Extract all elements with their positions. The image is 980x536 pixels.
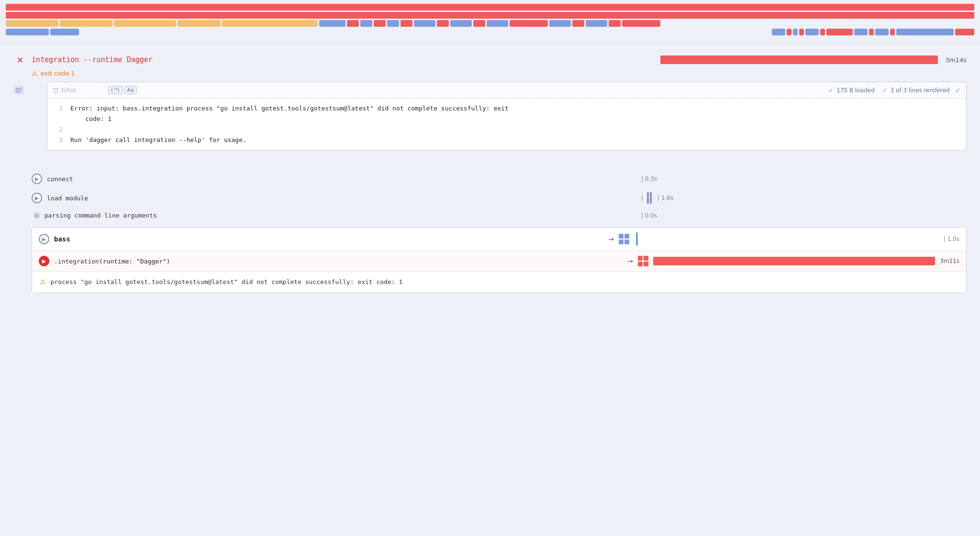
line-content-2 <box>70 124 958 135</box>
tl-bar <box>487 20 508 27</box>
connect-time: | 0.3s <box>641 175 657 182</box>
tl-bar <box>805 29 819 35</box>
app-root: ✕ integration --runtime Dagger 3m14s ⚠ e… <box>0 0 980 303</box>
tl-bar <box>347 20 359 27</box>
tl-bar <box>319 20 345 27</box>
line-num-2: 2 <box>55 124 63 135</box>
parsing-step-name: parsing command line arguments <box>45 212 636 219</box>
step-row-parsing: parsing command line arguments | 0.0s <box>32 208 967 223</box>
grid-dot-1 <box>619 234 624 239</box>
tl-bar <box>793 29 798 35</box>
loadmodule-duration: | 1.6s <box>657 195 673 201</box>
tl-bar <box>955 29 974 35</box>
tl-bar <box>222 20 318 27</box>
tl-bar <box>586 20 607 27</box>
int-grid-dot-2 <box>644 256 648 261</box>
timeline-row-3 <box>6 20 974 27</box>
case-shortcut[interactable]: Aa <box>124 86 137 94</box>
bass-module-name: bass <box>54 235 603 243</box>
grid-dot-2 <box>624 234 629 239</box>
integration-method: .integration <box>54 258 99 265</box>
tl-bar <box>6 29 49 35</box>
job-duration-bar <box>660 55 938 64</box>
bytes-loaded: ✓ 175 B loaded <box>828 87 874 94</box>
tl-bar <box>772 29 785 35</box>
exit-code-label: exit code 1 <box>41 70 75 77</box>
tl-bar <box>60 20 112 27</box>
tl-bar <box>387 20 399 27</box>
tl-bar <box>437 20 449 27</box>
integration-paren: (runtime: "Dagger") <box>99 258 170 265</box>
loadmodule-step-name: load module <box>47 195 636 202</box>
tl-bar <box>609 20 621 27</box>
log-line-3: 3 Run 'dagger call integration --help' f… <box>55 135 958 145</box>
loadmodule-expand-button[interactable]: ▶ <box>32 193 42 203</box>
parsing-bar-area: | 0.0s <box>641 212 967 219</box>
step-row-loadmodule: ▶ load module | | 1.6s <box>32 188 967 208</box>
loadmodule-bar-area: | | 1.6s <box>641 192 967 204</box>
bass-arrow-icon: → <box>608 235 614 243</box>
tl-bar <box>510 20 548 27</box>
loadmodule-time: | <box>641 195 643 201</box>
bass-time: | 1.0s <box>944 236 959 242</box>
line-content-3: Run 'dagger call integration --help' for… <box>70 135 958 145</box>
integration-name: .integration(runtime: "Dagger") <box>54 258 623 265</box>
grid-dot-3 <box>619 240 624 244</box>
tl-bar <box>114 20 176 27</box>
tl-bar <box>890 29 895 35</box>
module-card: ▶ bass → | 1.0s <box>32 227 967 293</box>
log-meta: ✓ 175 B loaded ✓ 3 of 3 lines rendered <box>828 87 950 94</box>
line-content-1: Error: input: bass.integration process "… <box>70 103 958 124</box>
mini-bar-1 <box>647 192 649 204</box>
lines-rendered: ✓ 3 of 3 lines rendered <box>882 87 950 94</box>
job-bar-container: 3m14s <box>660 55 967 64</box>
connect-expand-button[interactable]: ▶ <box>32 174 42 184</box>
filter-placeholder[interactable]: Filter <box>61 87 77 94</box>
integration-duration-bar <box>653 257 935 265</box>
connect-step-name: connect <box>47 175 636 183</box>
tl-bar <box>799 29 804 35</box>
log-filter-area: ▽ Filter (.*) Aa <box>53 86 824 94</box>
mini-bar-2 <box>650 192 652 204</box>
integration-arrow-icon: → <box>627 257 633 265</box>
log-panel-icon[interactable] <box>13 85 24 97</box>
step-list: ▶ connect | 0.3s ▶ load module | | 1.6s <box>32 170 967 293</box>
log-expand-button[interactable]: ⤢ <box>955 87 960 94</box>
filter-icon: ▽ <box>53 87 58 94</box>
tl-bar <box>622 20 660 27</box>
timeline-row-4 <box>6 29 974 35</box>
job-row: ✕ integration --runtime Dagger 3m14s <box>13 53 967 66</box>
tl-bar <box>826 29 853 35</box>
job-title: integration --runtime Dagger <box>32 55 660 64</box>
log-line-2: 2 <box>55 124 958 135</box>
parsing-time: | 0.0s <box>641 212 657 219</box>
check-icon-bytes: ✓ <box>828 87 833 94</box>
tl-bar <box>875 29 889 35</box>
integration-grid-icon[interactable] <box>638 256 648 266</box>
tl-bar <box>820 29 825 35</box>
tl-bar <box>896 29 954 35</box>
connect-bar-area: | 0.3s <box>641 175 967 182</box>
tl-bar <box>374 20 386 27</box>
integration-bar-area: 3m11s <box>653 257 959 265</box>
tl-bar <box>450 20 472 27</box>
bass-expand-button[interactable]: ▶ <box>39 234 49 244</box>
tl-bar <box>787 29 791 35</box>
timeline-row-2 <box>6 12 974 19</box>
tl-bar <box>401 20 412 27</box>
integration-expand-button[interactable]: ▶ <box>39 256 49 266</box>
line-num-3: 3 <box>55 135 63 145</box>
line-num-1: 1 <box>55 103 63 124</box>
timeline-row-1 <box>6 4 974 11</box>
exit-code-row: ⚠ exit code 1 <box>32 69 967 77</box>
warning-icon: ⚠ <box>32 69 38 77</box>
step-row-connect: ▶ connect | 0.3s <box>32 170 967 188</box>
bass-grid-icon[interactable] <box>619 234 629 244</box>
tl-bar <box>549 20 571 27</box>
bass-vert-bar <box>636 232 638 246</box>
regex-shortcut[interactable]: (.*) <box>108 86 122 94</box>
tl-bar <box>473 20 485 27</box>
tl-bar <box>869 29 874 35</box>
int-grid-dot-1 <box>638 256 643 261</box>
filter-shortcuts: (.*) Aa <box>108 86 137 94</box>
